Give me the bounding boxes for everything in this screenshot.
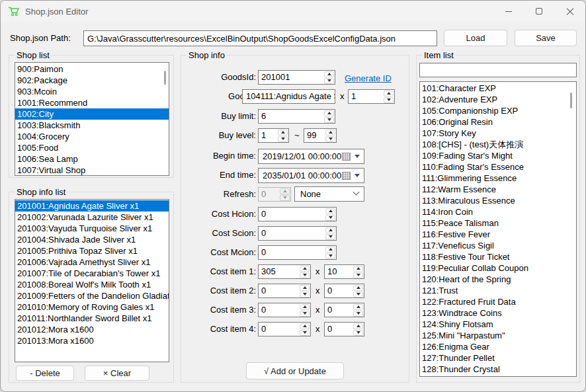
shop-list-item[interactable]: 903:Mcoin: [15, 86, 169, 97]
shop-list-item[interactable]: 1004:Grocery: [15, 131, 169, 142]
shop-info-list-item[interactable]: 201003:Vayuda Turquoise Sliver x1: [15, 223, 169, 234]
cost-item-3-count-spinner[interactable]: 0: [324, 303, 364, 317]
item-list-item[interactable]: 125:Mini "Harpastum": [420, 330, 576, 341]
item-list-item[interactable]: 119:Peculiar Collab Coupon: [420, 262, 576, 274]
goods-count-spinner[interactable]: 1: [348, 89, 395, 104]
cost-item-2-count-spinner[interactable]: 0: [324, 284, 364, 298]
buy-level-max-spinner[interactable]: 99: [304, 128, 337, 143]
item-list-item[interactable]: 110:Fading Star's Essence: [420, 161, 576, 173]
spin-up-button[interactable]: [325, 227, 335, 233]
spin-up-button[interactable]: [324, 71, 334, 77]
spin-up-button[interactable]: [325, 208, 335, 214]
spin-up-button[interactable]: [325, 247, 335, 253]
save-button[interactable]: Save: [515, 30, 577, 46]
shop-info-list-item[interactable]: 201013:Mora x1600: [15, 335, 169, 346]
item-list-item[interactable]: 107:Story Key: [420, 128, 576, 139]
cost-item-1-count-spinner[interactable]: 10: [324, 264, 364, 279]
spin-down-button[interactable]: [325, 215, 335, 221]
shop-list-scrollbar[interactable]: [164, 71, 166, 85]
item-list-item[interactable]: 121:Trust: [420, 285, 576, 296]
item-list-item[interactable]: 127:Thunder Pellet: [420, 352, 576, 364]
shop-list-item[interactable]: 1006:Sea Lamp: [15, 153, 169, 165]
shop-info-list-item[interactable]: 201001:Agnidus Agate Sliver x1: [15, 200, 169, 212]
spin-up-button[interactable]: [353, 285, 363, 291]
shop-list-item[interactable]: 1003:Blacksmith: [15, 120, 169, 131]
item-list-item[interactable]: 117:Veneficus Sigil: [420, 240, 576, 251]
item-list-item[interactable]: 106:Original Resin: [420, 116, 576, 128]
spin-up-button[interactable]: [353, 266, 363, 272]
shop-info-list-item[interactable]: 201005:Prithiva Topaz Sliver x1: [15, 245, 169, 256]
cost-item-4-id-spinner[interactable]: 0: [258, 322, 311, 336]
shop-info-list-item[interactable]: 201012:Mora x1600: [15, 324, 169, 335]
spin-down-button[interactable]: [353, 330, 363, 336]
spin-down-button[interactable]: [384, 97, 394, 103]
spin-down-button[interactable]: [353, 292, 363, 297]
spin-down-button[interactable]: [300, 311, 310, 317]
item-list-item[interactable]: 116:Festive Fever: [420, 229, 576, 240]
item-list-item[interactable]: 113:Miraculous Essence: [420, 195, 576, 206]
shop-list-item[interactable]: 1007:Virtual Shop: [15, 165, 169, 176]
spin-down-button[interactable]: [324, 117, 334, 123]
load-button[interactable]: Load: [444, 30, 507, 46]
shop-info-list-item[interactable]: 201009:Fetters of the Dandelion Gladiato: [15, 290, 169, 301]
refresh-type-dropdown[interactable]: None: [294, 186, 364, 202]
begin-time-picker[interactable]: 2019/12/01 00:00:00: [258, 149, 364, 164]
spin-up-button[interactable]: [324, 110, 334, 116]
spin-down-button[interactable]: [353, 272, 363, 278]
spin-up-button[interactable]: [278, 130, 288, 136]
item-list-item[interactable]: 126:Enigma Gear: [420, 341, 576, 352]
add-or-update-button[interactable]: √ Add or Update: [246, 362, 344, 379]
spin-down-button[interactable]: [278, 136, 288, 142]
spin-up-button[interactable]: [353, 304, 363, 310]
item-list-item[interactable]: 114:Iron Coin: [420, 206, 576, 217]
item-list-item[interactable]: 123:Windtrace Coins: [420, 307, 576, 319]
shop-info-list-item[interactable]: 201002:Varunada Lazurite Sliver x1: [15, 212, 169, 223]
minimize-button[interactable]: [493, 1, 524, 22]
spin-up-button[interactable]: [300, 285, 310, 291]
cost-item-2-id-spinner[interactable]: 0: [258, 284, 311, 298]
item-list-item[interactable]: 108:[CHS] - (test)天体推演: [420, 139, 576, 150]
spin-down-button[interactable]: [325, 136, 335, 142]
buy-level-min-spinner[interactable]: 1: [258, 128, 289, 143]
delete-button[interactable]: - Delete: [16, 366, 74, 381]
goodsid-spinner[interactable]: 201001: [258, 70, 335, 85]
shop-info-list-item[interactable]: 201011:Northlander Sword Billet x1: [15, 313, 169, 324]
cost-item-1-id-spinner[interactable]: 305: [258, 264, 311, 279]
shop-list-item[interactable]: 1001:Recommend: [15, 97, 169, 108]
item-list-item[interactable]: 109:Fading Star's Might: [420, 150, 576, 161]
shop-info-list-item[interactable]: 201004:Shivada Jade Sliver x1: [15, 234, 169, 245]
goods-input[interactable]: 104111:Agnidus Agate S: [242, 89, 335, 104]
item-list-item[interactable]: 120:Heart of the Spring: [420, 274, 576, 285]
shop-list-item[interactable]: 902:Package: [15, 75, 169, 86]
shop-info-list-item[interactable]: 201006:Vajrada Amethyst Sliver x1: [15, 256, 169, 268]
item-list-item[interactable]: 101:Character EXP: [420, 83, 576, 94]
spin-down-button[interactable]: [300, 292, 310, 297]
item-list-item[interactable]: 122:Fractured Fruit Data: [420, 296, 576, 307]
spin-down-button[interactable]: [300, 272, 310, 278]
item-list-item[interactable]: 102:Adventure EXP: [420, 94, 576, 105]
end-time-picker[interactable]: 2035/01/01 00:00:00: [258, 168, 364, 183]
cost-hcion-spinner[interactable]: 0: [258, 207, 337, 221]
close-button[interactable]: [554, 1, 585, 22]
spin-down-button[interactable]: [325, 234, 335, 240]
path-input[interactable]: [83, 30, 437, 46]
item-list-item[interactable]: 118:Festive Tour Ticket: [420, 251, 576, 262]
item-list-item[interactable]: 128:Thunder Crystal: [420, 364, 576, 375]
cost-mcion-spinner[interactable]: 0: [258, 245, 337, 260]
spin-up-button[interactable]: [384, 91, 394, 97]
item-list-item[interactable]: 115:Peace Talisman: [420, 217, 576, 229]
spin-down-button[interactable]: [324, 78, 334, 84]
spin-up-button[interactable]: [325, 130, 335, 136]
clear-button[interactable]: × Clear: [85, 366, 149, 381]
shop-list-item[interactable]: 1005:Food: [15, 142, 169, 153]
item-list-item[interactable]: 105:Companionship EXP: [420, 105, 576, 116]
shop-list-item[interactable]: 1002:City: [15, 108, 169, 120]
item-list-item[interactable]: 124:Shiny Flotsam: [420, 319, 576, 330]
item-list-item[interactable]: 112:Warm Essence: [420, 184, 576, 195]
spin-down-button[interactable]: [325, 253, 335, 259]
spin-up-button[interactable]: [300, 266, 310, 272]
spin-up-button[interactable]: [300, 304, 310, 310]
spin-up-button[interactable]: [300, 323, 310, 329]
shop-list-item[interactable]: 900:Paimon: [15, 63, 169, 75]
spin-up-button[interactable]: [353, 323, 363, 329]
